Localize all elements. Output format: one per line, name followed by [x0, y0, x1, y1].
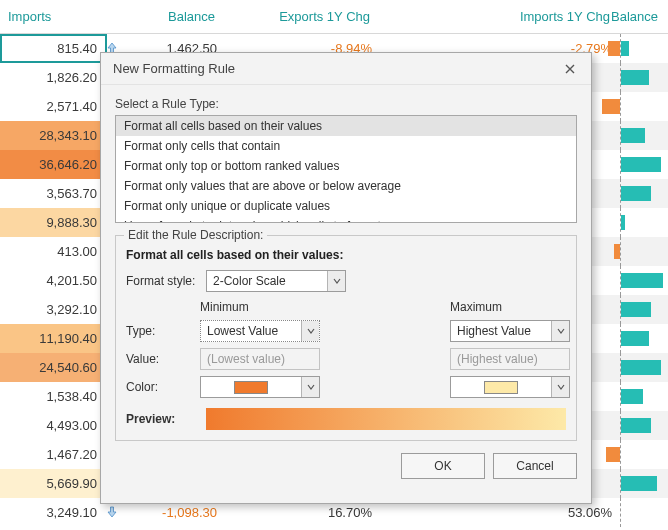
- data-bar-positive: [621, 41, 629, 56]
- data-bar-positive: [621, 360, 661, 375]
- rule-description-title: Format all cells based on their values:: [126, 248, 566, 262]
- cell-balance-bar[interactable]: [620, 150, 668, 179]
- cell-value: 4,201.50: [0, 273, 99, 288]
- format-style-combo[interactable]: 2-Color Scale: [206, 270, 346, 292]
- data-bar-positive: [621, 418, 651, 433]
- format-style-value: 2-Color Scale: [207, 274, 327, 288]
- data-bar-negative: [606, 447, 620, 462]
- cell-value: 3,563.70: [0, 186, 99, 201]
- cell-imports[interactable]: 2,571.40: [0, 92, 107, 121]
- data-bar-negative: [608, 41, 620, 56]
- cell-imports[interactable]: 1,826.20: [0, 63, 107, 92]
- close-button[interactable]: [559, 58, 581, 80]
- ok-button[interactable]: OK: [401, 453, 485, 479]
- close-icon: [565, 64, 575, 74]
- format-style-label: Format style:: [126, 274, 200, 288]
- cell-imports[interactable]: 1,538.40: [0, 382, 107, 411]
- rule-type-item[interactable]: Format all cells based on their values: [116, 116, 576, 136]
- cell-balance-bar[interactable]: [620, 440, 668, 469]
- cell-balance-bar[interactable]: [620, 92, 668, 121]
- cell-imports[interactable]: 3,563.70: [0, 179, 107, 208]
- col-header-imports-1y[interactable]: Imports 1Y Chg: [380, 0, 620, 34]
- cell-imports[interactable]: 815.40: [0, 34, 107, 63]
- cell-balance-bar[interactable]: [620, 63, 668, 92]
- col-header-exports-1y[interactable]: Exports 1Y Chg: [225, 0, 380, 34]
- rule-type-item[interactable]: Format only values that are above or bel…: [116, 176, 576, 196]
- select-rule-type-label: Select a Rule Type:: [115, 97, 577, 111]
- cell-value: 28,343.10: [0, 128, 99, 143]
- cell-balance-bar[interactable]: [620, 469, 668, 498]
- max-value-input: (Highest value): [450, 348, 570, 370]
- cell-imports[interactable]: 5,669.90: [0, 469, 107, 498]
- cell-value: 24,540.60: [0, 360, 99, 375]
- data-bar-negative: [614, 244, 620, 259]
- rule-type-item[interactable]: Format only top or bottom ranked values: [116, 156, 576, 176]
- col-header-balance-bar[interactable]: Balance: [620, 0, 668, 34]
- cell-imports[interactable]: 4,493.00: [0, 411, 107, 440]
- cell-value: 2,571.40: [0, 99, 99, 114]
- dialog-title: New Formatting Rule: [113, 61, 235, 76]
- data-bar-positive: [621, 273, 663, 288]
- cell-imports[interactable]: 413.00: [0, 237, 107, 266]
- max-type-value: Highest Value: [451, 324, 551, 338]
- cell-value: 1,826.20: [0, 70, 99, 85]
- cell-imports[interactable]: 3,249.10: [0, 498, 107, 527]
- cell-balance-bar[interactable]: [620, 382, 668, 411]
- data-bar-positive: [621, 70, 649, 85]
- cell-value: 9,888.30: [0, 215, 99, 230]
- data-bar-positive: [621, 302, 651, 317]
- cell-imports[interactable]: 1,467.20: [0, 440, 107, 469]
- type-label: Type:: [126, 324, 200, 338]
- cell-imports[interactable]: 36,646.20: [0, 150, 107, 179]
- data-bar-positive: [621, 157, 661, 172]
- min-color-combo[interactable]: [200, 376, 320, 398]
- cell-balance-bar[interactable]: [620, 121, 668, 150]
- rule-description-legend: Edit the Rule Description:: [124, 228, 267, 242]
- minimum-header: Minimum: [200, 300, 390, 314]
- max-type-combo[interactable]: Highest Value: [450, 320, 570, 342]
- grid-header: Imports Balance Exports 1Y Chg Imports 1…: [0, 0, 668, 34]
- cancel-button[interactable]: Cancel: [493, 453, 577, 479]
- cell-value: 1,467.20: [0, 447, 99, 462]
- col-header-balance[interactable]: Balance: [107, 0, 225, 34]
- cell-imports[interactable]: 9,888.30: [0, 208, 107, 237]
- cell-balance-bar[interactable]: [620, 179, 668, 208]
- min-value-input: (Lowest value): [200, 348, 320, 370]
- rule-type-list[interactable]: Format all cells based on their valuesFo…: [115, 115, 577, 223]
- min-type-combo[interactable]: Lowest Value: [200, 320, 320, 342]
- arrow-down-icon: [105, 505, 119, 519]
- cell-imports[interactable]: 4,201.50: [0, 266, 107, 295]
- cell-balance-bar[interactable]: [620, 34, 668, 63]
- rule-type-item[interactable]: Use a formula to determine which cells t…: [116, 216, 576, 223]
- cell-balance-bar[interactable]: [620, 324, 668, 353]
- chevron-down-icon: [301, 377, 319, 397]
- cell-imports[interactable]: 28,343.10: [0, 121, 107, 150]
- dialog-titlebar: New Formatting Rule: [101, 53, 591, 85]
- rule-type-item[interactable]: Format only cells that contain: [116, 136, 576, 156]
- value-label: Value:: [126, 352, 200, 366]
- data-bar-positive: [621, 389, 643, 404]
- rule-type-item[interactable]: Format only unique or duplicate values: [116, 196, 576, 216]
- cell-balance-bar[interactable]: [620, 295, 668, 324]
- chevron-down-icon: [301, 321, 319, 341]
- cell-value: 3,292.10: [0, 302, 99, 317]
- new-formatting-rule-dialog: New Formatting Rule Select a Rule Type: …: [100, 52, 592, 504]
- cell-balance-bar[interactable]: [620, 266, 668, 295]
- min-type-value: Lowest Value: [201, 324, 301, 338]
- chevron-down-icon: [327, 271, 345, 291]
- chevron-down-icon: [551, 321, 569, 341]
- cell-value: 815.40: [8, 41, 99, 56]
- preview-label: Preview:: [126, 412, 200, 426]
- maximum-header: Maximum: [450, 300, 570, 314]
- col-header-imports[interactable]: Imports: [0, 0, 107, 34]
- cell-balance-bar[interactable]: [620, 208, 668, 237]
- cell-balance-bar[interactable]: [620, 353, 668, 382]
- cell-imports[interactable]: 11,190.40: [0, 324, 107, 353]
- max-color-combo[interactable]: [450, 376, 570, 398]
- cell-balance-bar[interactable]: [620, 411, 668, 440]
- cell-imports[interactable]: 24,540.60: [0, 353, 107, 382]
- cell-balance-bar[interactable]: [620, 498, 668, 527]
- cell-value: 1,538.40: [0, 389, 99, 404]
- cell-imports[interactable]: 3,292.10: [0, 295, 107, 324]
- cell-balance-bar[interactable]: [620, 237, 668, 266]
